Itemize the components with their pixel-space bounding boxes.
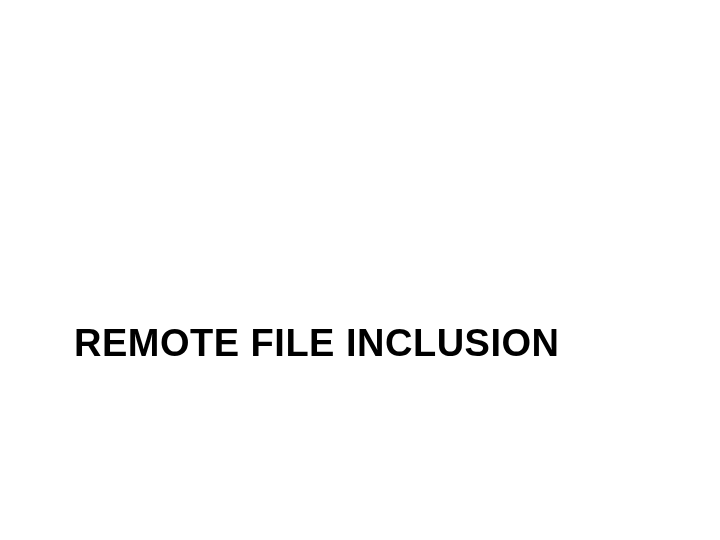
- slide-title: REMOTE FILE INCLUSION: [74, 322, 560, 365]
